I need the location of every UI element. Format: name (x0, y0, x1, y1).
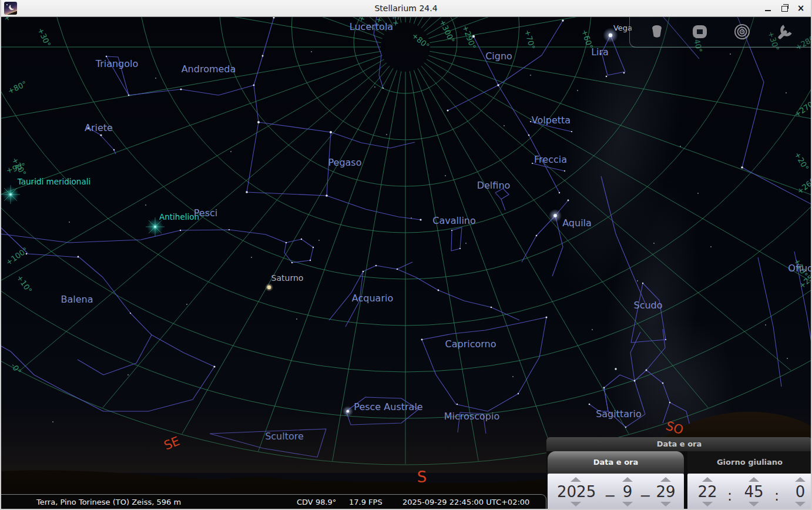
constellation-lines-pegaso (247, 122, 331, 196)
day-spinner[interactable]: 29 (652, 477, 679, 506)
minimize-button[interactable] (764, 4, 772, 12)
minute-down-icon[interactable] (749, 502, 759, 506)
hour-spinner[interactable]: 22 (694, 477, 720, 506)
date-separator: − (639, 488, 651, 504)
minute-up-icon[interactable] (749, 477, 759, 482)
month-down-icon[interactable] (622, 502, 633, 506)
constellation-label: Acquario (352, 293, 393, 304)
star (251, 257, 252, 258)
star (653, 243, 655, 244)
telrad-button[interactable] (732, 22, 752, 42)
star (375, 265, 377, 266)
date-separator: − (604, 488, 616, 504)
month-spinner[interactable]: 9 (617, 477, 638, 506)
sky-canvas[interactable]: +70°+30°+80°+20°+90°+100°+10°-0°+60°+50°… (0, 16, 812, 510)
grid-azimuth-line (0, 16, 382, 39)
sensor-frame-button[interactable] (690, 22, 710, 42)
constellation-lines-capricorno (422, 317, 546, 340)
year-spinner[interactable]: 2025 (557, 477, 595, 506)
sensor-frame-icon (691, 23, 709, 41)
star (451, 230, 452, 231)
star (730, 53, 731, 55)
day-value[interactable]: 29 (652, 484, 679, 500)
star (420, 219, 421, 220)
year-up-icon[interactable] (571, 477, 581, 482)
status-fps: 17.9 FPS (349, 498, 382, 506)
star (504, 125, 505, 126)
constellation-lines-andromeda (254, 18, 274, 122)
constellation-label: Ofiuco (788, 263, 812, 274)
star (310, 260, 311, 261)
constellation-label: Cavallino (432, 215, 476, 226)
star (326, 194, 328, 197)
star (78, 256, 79, 258)
second-down-icon[interactable] (795, 502, 806, 506)
radiant-label: Tauridi meridionali (17, 177, 90, 186)
constellation-lines-andromeda (181, 85, 254, 95)
tab-julian-day[interactable]: Giorno giuliano (687, 451, 812, 474)
cardinal-point-s: S (417, 468, 427, 486)
month-up-icon[interactable] (622, 477, 633, 482)
star (710, 246, 712, 247)
star (69, 222, 70, 223)
constellation-label: Triangolo (95, 58, 139, 69)
day-down-icon[interactable] (660, 502, 671, 506)
status-location[interactable]: Terra, Pino Torinese (TO) Zeiss, 596 m (36, 498, 181, 506)
second-up-icon[interactable] (795, 477, 806, 482)
minute-spinner[interactable]: 45 (740, 477, 767, 506)
status-datetime[interactable]: 2025-09-29 22:45:00 UTC+02:00 (402, 498, 529, 506)
constellation-lines-cavallino (451, 227, 462, 251)
grid-degree-label: +80° (6, 79, 28, 96)
star (246, 191, 248, 193)
day-up-icon[interactable] (660, 477, 671, 482)
constellation-label: Cigno (485, 51, 512, 62)
star (491, 307, 492, 308)
hour-up-icon[interactable] (702, 477, 713, 482)
star (741, 166, 743, 169)
hour-value[interactable]: 22 (694, 484, 720, 500)
bright-star (609, 33, 612, 37)
grid-degree-label: +20° (793, 150, 810, 172)
tab-date-and-time[interactable]: Data e ora (548, 451, 684, 474)
constellation-lines-andromeda (129, 89, 181, 95)
grid-azimuth-line (0, 59, 384, 320)
star (559, 192, 560, 193)
constellation-lines-pegaso (331, 132, 415, 148)
ocular-view-button[interactable] (647, 22, 667, 42)
star (257, 121, 260, 123)
year-value[interactable]: 2025 (557, 484, 595, 500)
star (532, 163, 533, 164)
star (518, 393, 519, 394)
constellation-lines-acquario (397, 269, 519, 320)
oculars-settings-button[interactable] (775, 22, 795, 42)
restore-icon (781, 6, 788, 12)
star (642, 283, 643, 284)
restore-button[interactable] (780, 4, 788, 12)
constellation-label: Lira (591, 46, 609, 58)
month-value[interactable]: 9 (617, 484, 638, 500)
datetime-dialog-titlebar[interactable]: Data e ora (546, 437, 812, 451)
star (397, 269, 398, 270)
star (447, 110, 449, 112)
status-fov: CDV 98.9° (297, 498, 336, 506)
star (623, 72, 625, 74)
planet-saturn (267, 286, 271, 289)
minute-value[interactable]: 45 (740, 484, 767, 500)
hour-down-icon[interactable] (702, 502, 713, 506)
sky-view[interactable]: +70°+30°+80°+20°+90°+100°+10°-0°+60°+50°… (0, 16, 812, 510)
window-titlebar[interactable]: Stellarium 24.4 × (0, 0, 812, 17)
star (665, 339, 666, 340)
second-spinner[interactable]: 0 (788, 477, 812, 506)
star (637, 280, 638, 281)
star (411, 217, 412, 219)
star (536, 235, 538, 237)
star (330, 131, 332, 133)
year-down-icon[interactable] (571, 502, 581, 506)
close-button[interactable]: × (797, 4, 805, 12)
star (386, 134, 387, 135)
second-value[interactable]: 0 (788, 484, 812, 500)
constellation-label: Aquila (562, 217, 592, 229)
grid-degree-label: +10° (15, 273, 34, 294)
star (528, 135, 530, 136)
star (786, 92, 787, 93)
